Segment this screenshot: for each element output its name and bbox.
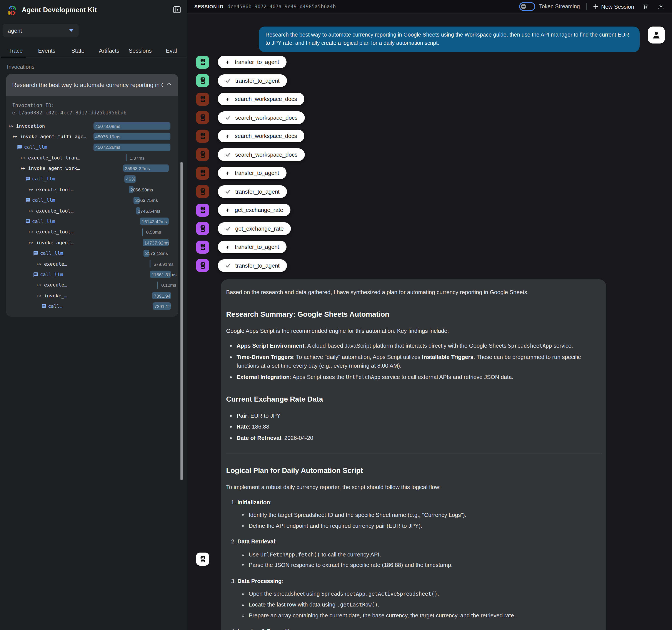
response-paragraph: To implement a robust daily currency rep… bbox=[226, 483, 601, 492]
agent-avatar-red bbox=[196, 111, 209, 124]
tool-chip[interactable]: transfer_to_agent bbox=[218, 185, 287, 198]
token-streaming-toggle[interactable] bbox=[519, 2, 535, 11]
trace-row[interactable]: call_llm3173.13ms bbox=[6, 248, 178, 259]
trace-row[interactable]: ↦execute_tool tran…1.37ms bbox=[6, 153, 178, 163]
trace-row[interactable]: call_llm11561.31ms bbox=[6, 269, 178, 280]
trace-row[interactable]: call_llm45072.26ms bbox=[6, 142, 178, 153]
tool-call-row: transfer_to_agent bbox=[196, 259, 672, 272]
adk-app: Agent Development Kit agent TraceEventsS… bbox=[0, 0, 672, 630]
trace-row[interactable]: ↦invocation45078.09ms bbox=[6, 121, 178, 132]
check-icon bbox=[225, 78, 231, 84]
trace-row[interactable]: ↦invoke_agent multi_age…45076.19ms bbox=[6, 131, 178, 142]
session-id-label: SESSION ID bbox=[194, 4, 223, 9]
trace-duration-value: 0.50ms bbox=[146, 230, 161, 235]
trace-row-label: call_llm bbox=[32, 197, 55, 203]
trace-row[interactable]: call…7391.12ms bbox=[6, 301, 178, 312]
robot-icon bbox=[198, 225, 207, 233]
tool-chip[interactable]: transfer_to_agent bbox=[218, 167, 287, 180]
tool-chip[interactable]: search_workspace_docs bbox=[218, 130, 304, 142]
trace-row[interactable]: ↦execute_tool…1746.54ms bbox=[6, 206, 178, 216]
trace-duration-value: 16142.42ms bbox=[142, 219, 167, 224]
list-item: Pair: EUR to JPY bbox=[237, 411, 601, 420]
response-heading: Research Summary: Google Sheets Automati… bbox=[226, 308, 601, 320]
trace-duration-value: 7391.12ms bbox=[154, 304, 170, 309]
list-item: Initialization:Identify the target Sprea… bbox=[237, 498, 601, 531]
trace-duration-value: 45072.26ms bbox=[95, 145, 120, 150]
tool-chip[interactable]: search_workspace_docs bbox=[218, 148, 305, 161]
sidebar-tabs: TraceEventsStateArtifactsSessionsEval bbox=[0, 44, 187, 57]
trace-row-label: call_llm bbox=[24, 144, 47, 150]
response-paragraph: Google Apps Script is the recommended en… bbox=[226, 327, 601, 336]
robot-icon bbox=[198, 169, 207, 177]
agent-avatar-purple bbox=[196, 240, 209, 254]
new-session-button[interactable]: New Session bbox=[593, 3, 634, 10]
chat-bubble-icon bbox=[17, 144, 22, 150]
robot-icon bbox=[198, 188, 207, 196]
chat-bubble-icon bbox=[32, 250, 38, 256]
list-item: Prepare an array containing the current … bbox=[249, 611, 601, 620]
download-icon bbox=[657, 3, 664, 10]
trace-duration-value: 2066.90ms bbox=[130, 187, 153, 192]
list-item: Define the API endpoint and the required… bbox=[249, 522, 601, 531]
trace-row[interactable]: ↦invoke_agent work…25963.22ms bbox=[6, 163, 178, 174]
trace-row[interactable]: ↦execute…0.12ms bbox=[6, 280, 178, 290]
tool-chip-label: transfer_to_agent bbox=[235, 170, 279, 177]
trace-row[interactable]: ↦execute_tool…2066.90ms bbox=[6, 184, 178, 195]
tool-chip-label: transfer_to_agent bbox=[235, 262, 280, 269]
tab-eval[interactable]: Eval bbox=[156, 44, 187, 57]
trace-row-label: invoke_… bbox=[44, 293, 67, 299]
tool-chip[interactable]: get_exchange_rate bbox=[218, 222, 291, 235]
session-id-value: dce4586b-9072-407a-9e49-d4985a5b6a4b bbox=[227, 3, 336, 9]
tool-chip[interactable]: search_workspace_docs bbox=[218, 111, 305, 124]
tool-chip[interactable]: search_workspace_docs bbox=[218, 93, 304, 106]
invocation-prompt[interactable]: Research the best way to automate curren… bbox=[6, 74, 178, 96]
sidebar-scrollbar[interactable] bbox=[181, 162, 183, 480]
trace-row[interactable]: call_llm3263.75ms bbox=[6, 195, 178, 206]
chat-bubble-icon bbox=[41, 303, 46, 309]
trace-row[interactable]: ↦execute_tool…0.50ms bbox=[6, 227, 178, 237]
bolt-icon bbox=[225, 244, 231, 250]
agent-response-row: Based on the research and data gathered,… bbox=[187, 280, 672, 630]
span-arrow-icon: ↦ bbox=[37, 261, 41, 266]
tool-chip[interactable]: get_exchange_rate bbox=[218, 204, 291, 216]
invocations-label: Invocations bbox=[7, 64, 187, 70]
trace-duration-value: 679.91ms bbox=[153, 261, 173, 266]
list-item: Rate: 186.88 bbox=[237, 422, 601, 431]
trace-duration-value: 11561.31ms bbox=[152, 272, 176, 277]
tool-chip-label: get_exchange_rate bbox=[235, 225, 284, 232]
tab-artifacts[interactable]: Artifacts bbox=[94, 44, 125, 57]
trace-row[interactable]: ↦invoke_…7391.94ms bbox=[6, 290, 178, 301]
chat-bubble-icon bbox=[25, 197, 30, 203]
tab-sessions[interactable]: Sessions bbox=[125, 44, 156, 57]
chat-bubble-icon bbox=[25, 219, 30, 224]
span-arrow-icon: ↦ bbox=[29, 187, 33, 192]
trace-row[interactable]: call_llm16142.42ms bbox=[6, 216, 178, 227]
trace-row[interactable]: call_llm4639 bbox=[6, 174, 178, 185]
tool-chip[interactable]: transfer_to_agent bbox=[218, 259, 287, 272]
trace-row-label: invoke_agent work… bbox=[28, 166, 80, 171]
tool-chip[interactable]: transfer_to_agent bbox=[218, 56, 287, 69]
collapse-sidebar-button[interactable] bbox=[173, 5, 181, 14]
agent-avatar-purple bbox=[196, 222, 209, 235]
chat-bubble-icon bbox=[25, 176, 30, 182]
invocation-prompt-text: Research the best way to automate curren… bbox=[12, 81, 163, 88]
tool-chip[interactable]: transfer_to_agent bbox=[218, 74, 287, 87]
agent-select[interactable]: agent bbox=[3, 24, 79, 37]
span-arrow-icon: ↦ bbox=[21, 166, 25, 171]
tab-events[interactable]: Events bbox=[31, 44, 62, 57]
trace-row[interactable]: ↦execute…679.91ms bbox=[6, 259, 178, 269]
tool-chip-label: transfer_to_agent bbox=[235, 59, 279, 66]
robot-icon bbox=[198, 555, 207, 563]
robot-icon bbox=[198, 150, 207, 159]
tool-chip[interactable]: transfer_to_agent bbox=[218, 241, 287, 253]
trace-duration-value: 3173.13ms bbox=[145, 251, 168, 256]
tool-call-row: transfer_to_agent bbox=[196, 185, 672, 198]
list-item: Time-Driven Triggers: To achieve "daily"… bbox=[237, 353, 601, 371]
export-session-button[interactable] bbox=[657, 3, 665, 10]
response-paragraph: Based on the research and data gathered,… bbox=[226, 288, 601, 297]
chevron-up-icon bbox=[166, 81, 172, 89]
trace-row[interactable]: ↦invoke_agent…14737.92ms bbox=[6, 237, 178, 248]
tab-trace[interactable]: Trace bbox=[0, 44, 31, 57]
delete-session-button[interactable] bbox=[642, 3, 649, 10]
tab-state[interactable]: State bbox=[63, 44, 94, 57]
